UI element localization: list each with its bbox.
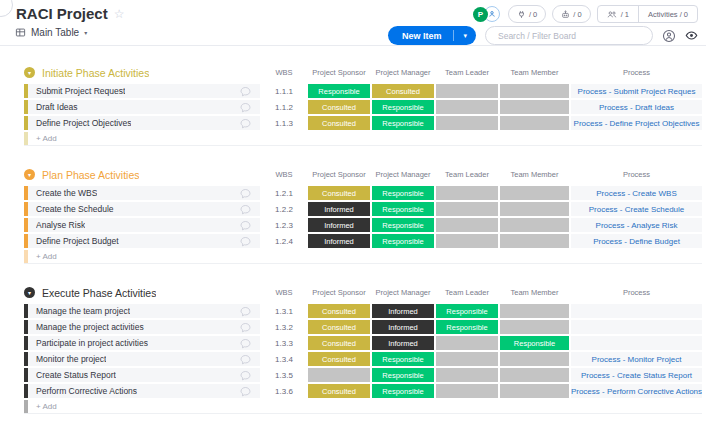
wbs-cell[interactable]: 1.3.4 [262, 352, 306, 366]
column-header-process[interactable]: Process [571, 170, 702, 179]
status-cell-team-member[interactable] [500, 384, 569, 398]
wbs-cell[interactable]: 1.3.3 [262, 336, 306, 350]
status-cell-team-member[interactable]: Responsible [500, 336, 569, 350]
status-cell-team-leader[interactable] [436, 368, 498, 382]
status-cell-project-manager[interactable]: Responsible [372, 100, 434, 114]
status-cell-team-member[interactable] [500, 304, 569, 318]
process-cell[interactable]: Process - Create Status Report [571, 368, 702, 382]
column-header-team-member[interactable]: Team Member [500, 288, 569, 297]
status-cell-team-member[interactable] [500, 234, 569, 248]
new-item-button[interactable]: New Item ▾ [388, 26, 476, 45]
status-cell-project-sponsor[interactable]: Responsible [308, 84, 370, 98]
item-name-cell[interactable]: Monitor the project [24, 352, 260, 366]
new-item-chevron-icon[interactable]: ▾ [454, 32, 476, 40]
item-name-cell[interactable]: Create Status Report [24, 368, 260, 382]
process-link[interactable]: Process - Create Status Report [581, 371, 692, 380]
process-link[interactable]: Process - Create WBS [596, 189, 676, 198]
status-cell-team-member[interactable] [500, 218, 569, 232]
tab-main-table[interactable]: Main Table ▾ [15, 27, 87, 38]
wbs-cell[interactable]: 1.2.2 [262, 202, 306, 216]
process-cell[interactable] [571, 336, 702, 350]
process-link[interactable]: Process - Analyse Risk [596, 221, 678, 230]
status-cell-project-manager[interactable]: Responsible [372, 384, 434, 398]
column-header-team-member[interactable]: Team Member [500, 68, 569, 77]
item-name-cell[interactable]: Perform Corrective Actions [24, 384, 260, 398]
process-cell[interactable]: Process - Define Budget [571, 234, 702, 248]
status-cell-team-leader[interactable]: Responsible [436, 320, 498, 334]
wbs-cell[interactable]: 1.1.2 [262, 100, 306, 114]
wbs-cell[interactable]: 1.2.1 [262, 186, 306, 200]
chat-bubble-icon[interactable] [240, 204, 251, 215]
status-cell-project-manager[interactable]: Responsible [372, 218, 434, 232]
status-cell-project-manager[interactable]: Consulted [372, 84, 434, 98]
column-header-process[interactable]: Process [571, 68, 702, 77]
search-input[interactable] [496, 30, 642, 42]
status-cell-team-leader[interactable] [436, 384, 498, 398]
status-cell-team-member[interactable] [500, 352, 569, 366]
column-header-project-sponsor[interactable]: Project Sponsor [308, 170, 370, 179]
status-cell-team-leader[interactable] [436, 116, 498, 130]
item-name-cell[interactable]: Manage the project activities [24, 320, 260, 334]
chat-bubble-icon[interactable] [240, 354, 251, 365]
process-link[interactable]: Process - Draft Ideas [599, 103, 674, 112]
wbs-cell[interactable]: 1.1.1 [262, 84, 306, 98]
process-cell[interactable] [571, 304, 702, 318]
status-cell-project-manager[interactable]: Responsible [372, 368, 434, 382]
status-cell-project-manager[interactable]: Responsible [372, 186, 434, 200]
item-name-cell[interactable]: Manage the team project [24, 304, 260, 318]
status-cell-project-manager[interactable]: Responsible [372, 352, 434, 366]
status-cell-project-manager[interactable]: Informed [372, 304, 434, 318]
status-cell-project-sponsor[interactable]: Consulted [308, 352, 370, 366]
process-link[interactable]: Process - Monitor Project [592, 355, 682, 364]
column-header-team-leader[interactable]: Team Leader [436, 68, 498, 77]
status-cell-project-sponsor[interactable]: Informed [308, 202, 370, 216]
status-cell-project-sponsor[interactable]: Consulted [308, 320, 370, 334]
column-header-wbs[interactable]: WBS [262, 170, 306, 179]
chat-bubble-icon[interactable] [240, 236, 251, 247]
status-cell-team-leader[interactable] [436, 234, 498, 248]
column-header-project-manager[interactable]: Project Manager [372, 68, 434, 77]
person-filter-button[interactable] [662, 29, 676, 43]
status-cell-project-sponsor[interactable]: Consulted [308, 384, 370, 398]
status-cell-team-leader[interactable] [436, 186, 498, 200]
wbs-cell[interactable]: 1.2.4 [262, 234, 306, 248]
status-cell-project-sponsor[interactable]: Consulted [308, 304, 370, 318]
status-cell-team-member[interactable] [500, 100, 569, 114]
hidden-columns-eye-button[interactable] [685, 29, 698, 42]
column-header-team-leader[interactable]: Team Leader [436, 288, 498, 297]
column-header-project-manager[interactable]: Project Manager [372, 170, 434, 179]
status-cell-team-member[interactable] [500, 84, 569, 98]
status-cell-team-member[interactable] [500, 116, 569, 130]
collapse-group-button[interactable]: ▾ [24, 67, 35, 78]
status-cell-project-sponsor[interactable]: Consulted [308, 186, 370, 200]
wbs-cell[interactable]: 1.1.3 [262, 116, 306, 130]
item-name-cell[interactable]: Create the WBS [24, 186, 260, 200]
status-cell-team-leader[interactable] [436, 352, 498, 366]
process-cell[interactable]: Process - Perform Corrective Actions [571, 384, 702, 398]
process-link[interactable]: Process - Define Budget [593, 237, 680, 246]
chat-bubble-icon[interactable] [240, 306, 251, 317]
wbs-cell[interactable]: 1.3.5 [262, 368, 306, 382]
status-cell-project-manager[interactable]: Responsible [372, 234, 434, 248]
status-cell-project-manager[interactable]: Responsible [372, 116, 434, 130]
status-cell-team-leader[interactable] [436, 84, 498, 98]
item-name-cell[interactable]: Analyse Risk [24, 218, 260, 232]
status-cell-project-sponsor[interactable] [308, 368, 370, 382]
search-filter-box[interactable] [485, 26, 653, 45]
process-link[interactable]: Process - Define Project Objectives [574, 119, 700, 128]
item-name-cell[interactable]: Create the Schedule [24, 202, 260, 216]
column-header-wbs[interactable]: WBS [262, 68, 306, 77]
item-name-cell[interactable]: Draft Ideas [24, 100, 260, 114]
chat-bubble-icon[interactable] [240, 370, 251, 381]
item-name-cell[interactable]: Participate in project activities [24, 336, 260, 350]
process-cell[interactable]: Process - Create WBS [571, 186, 702, 200]
status-cell-team-leader[interactable] [436, 336, 498, 350]
column-header-team-member[interactable]: Team Member [500, 170, 569, 179]
status-cell-team-member[interactable] [500, 320, 569, 334]
status-cell-project-manager[interactable]: Informed [372, 320, 434, 334]
collapse-group-button[interactable]: ▾ [24, 169, 35, 180]
process-cell[interactable]: Process - Define Project Objectives [571, 116, 702, 130]
column-header-project-manager[interactable]: Project Manager [372, 288, 434, 297]
invite-badge[interactable]: / 1 [598, 6, 638, 22]
process-cell[interactable]: Process - Analyse Risk [571, 218, 702, 232]
